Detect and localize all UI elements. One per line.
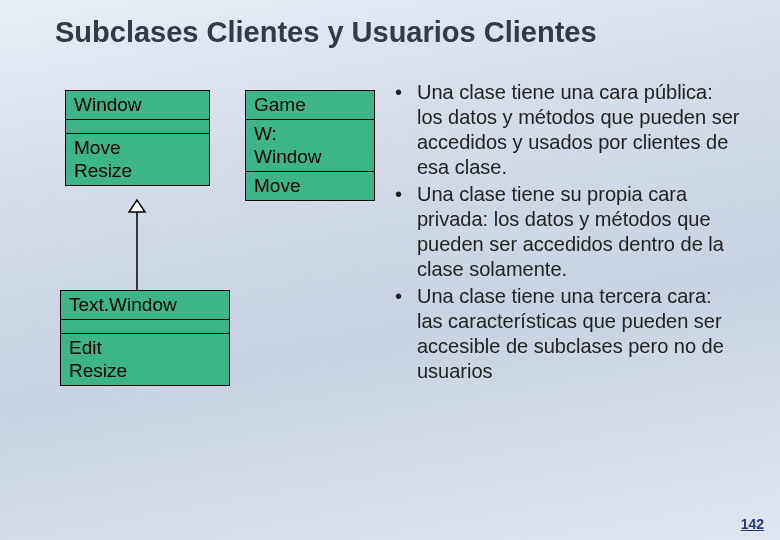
content-area: Window Move Resize Game W: Window Move T… (55, 90, 740, 450)
page-number: 142 (741, 516, 764, 532)
bullet-list: Una clase tiene una cara pública: los da… (395, 80, 740, 450)
bullet-item: Una clase tiene una tercera cara: las ca… (395, 284, 740, 384)
bullet-item: Una clase tiene una cara pública: los da… (395, 80, 740, 180)
slide: Subclases Clientes y Usuarios Clientes W… (0, 0, 780, 540)
uml-class-textwindow: Text.Window Edit Resize (60, 290, 230, 386)
uml-class-name: Text.Window (61, 291, 229, 320)
uml-diagram-area: Window Move Resize Game W: Window Move T… (55, 90, 395, 450)
uml-methods: Move Resize (66, 134, 209, 186)
uml-attr-empty (61, 320, 229, 334)
uml-class-game: Game W: Window Move (245, 90, 375, 201)
slide-title: Subclases Clientes y Usuarios Clientes (55, 15, 740, 50)
bullet-item: Una clase tiene su propia cara privada: … (395, 182, 740, 282)
svg-marker-1 (129, 200, 145, 212)
uml-methods: Move (246, 172, 374, 200)
uml-attrs: W: Window (246, 120, 374, 173)
inheritance-arrow-icon (125, 200, 149, 292)
uml-class-window: Window Move Resize (65, 90, 210, 186)
uml-class-name: Game (246, 91, 374, 120)
uml-methods: Edit Resize (61, 334, 229, 386)
uml-attr-empty (66, 120, 209, 134)
uml-class-name: Window (66, 91, 209, 120)
